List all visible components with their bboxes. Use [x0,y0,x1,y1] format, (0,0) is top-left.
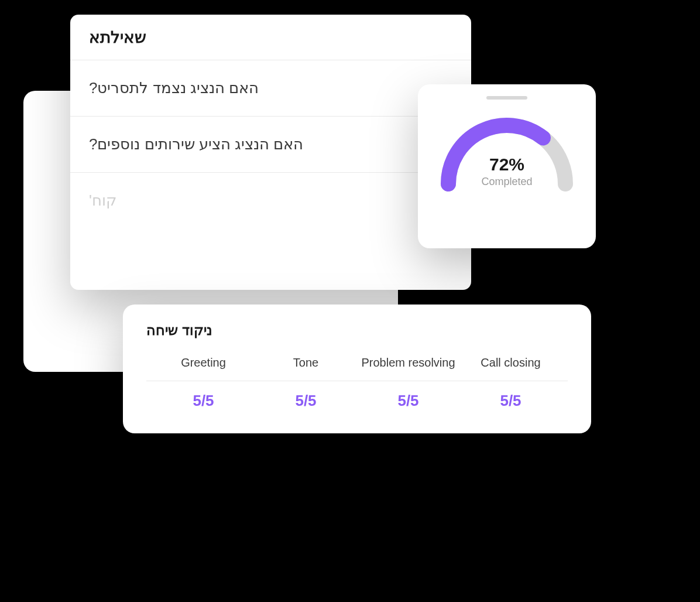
gauge-label: Completed [481,176,532,188]
score-value: 5/5 [152,392,255,410]
score-value: 5/5 [459,392,562,410]
scores-value-row: 5/5 5/5 5/5 5/5 [146,381,568,410]
score-column-header: Problem resolving [357,355,459,370]
completion-gauge-card: 72% Completed [418,84,596,248]
gauge-wrapper: 72% Completed [437,114,577,196]
score-column-header: Tone [255,355,357,370]
gauge-percent: 72% [481,155,532,175]
scores-header-row: Greeting Tone Problem resolving Call clo… [146,355,568,381]
gauge-text: 72% Completed [481,155,532,188]
question-item[interactable]: האם הנציג הציע שירותים נוספים? [70,117,471,173]
drag-handle-icon[interactable] [486,96,527,100]
scores-title: ניקוד שיחה [146,322,568,338]
question-item-faded: קוח' [70,173,471,290]
score-column-header: Greeting [152,355,255,370]
questions-card: שאילתא האם הנציג נצמד לתסריט? האם הנציג … [70,15,471,290]
questions-title: שאילתא [89,28,452,47]
score-value: 5/5 [255,392,357,410]
question-item[interactable]: האם הנציג נצמד לתסריט? [70,60,471,117]
questions-header: שאילתא [70,15,471,60]
score-value: 5/5 [357,392,459,410]
score-column-header: Call closing [459,355,562,370]
scores-table: Greeting Tone Problem resolving Call clo… [146,355,568,410]
conversation-score-card: ניקוד שיחה Greeting Tone Problem resolvi… [123,305,591,433]
